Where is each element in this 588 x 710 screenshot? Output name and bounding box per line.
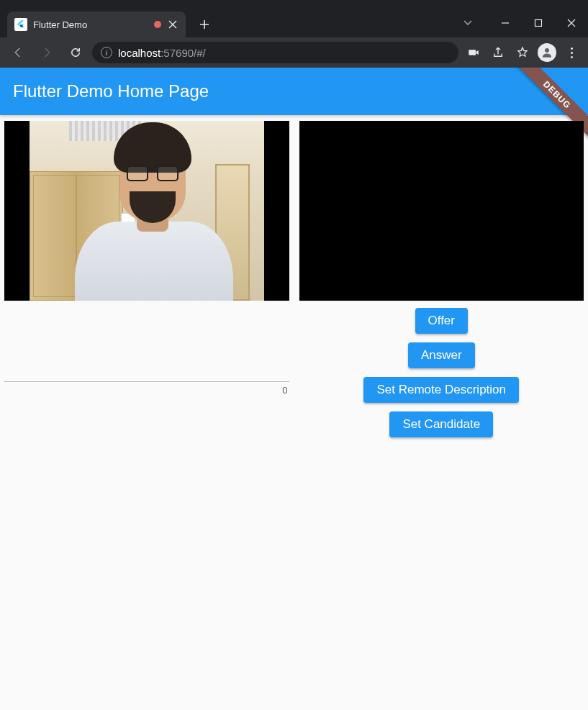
local-video-view [4, 121, 289, 301]
right-column: Offer Answer Set Remote Description Set … [299, 121, 584, 437]
tab-close-button[interactable] [167, 19, 178, 30]
window-minimize-button[interactable] [489, 12, 522, 35]
nav-reload-button[interactable] [63, 40, 88, 65]
bookmark-button[interactable] [512, 42, 533, 63]
left-column: 0 [4, 121, 289, 437]
tab-search-button[interactable] [463, 17, 473, 30]
svg-point-1 [545, 48, 549, 53]
window-maximize-button[interactable] [522, 12, 555, 35]
site-info-icon[interactable]: i [101, 47, 112, 58]
svg-rect-0 [535, 20, 542, 27]
profile-button[interactable] [536, 42, 558, 63]
address-bar[interactable]: i localhost:57690/#/ [92, 42, 458, 63]
set-remote-description-button[interactable]: Set Remote Description [363, 377, 519, 403]
browser-menu-button[interactable] [561, 42, 582, 63]
answer-button[interactable]: Answer [408, 342, 475, 368]
main-content: 0 Offer Answer Set Remote Description Se… [0, 115, 588, 443]
avatar-icon [538, 43, 556, 62]
tab-title: Flutter Demo [33, 19, 148, 30]
window-titlebar [0, 0, 588, 9]
tab-strip: Flutter Demo [0, 9, 588, 37]
url-text: localhost:57690/#/ [118, 47, 206, 59]
nav-back-button[interactable] [6, 40, 30, 65]
share-button[interactable] [487, 42, 509, 63]
camera-indicator-icon[interactable] [463, 42, 484, 63]
button-stack: Offer Answer Set Remote Description Set … [299, 308, 584, 437]
url-path: :57690/#/ [160, 47, 206, 59]
url-host: localhost [118, 47, 160, 59]
textfield-counter: 0 [4, 385, 289, 396]
flutter-favicon-icon [14, 18, 27, 31]
offer-button[interactable]: Offer [415, 308, 468, 334]
recording-indicator-icon [154, 21, 161, 28]
browser-toolbar: i localhost:57690/#/ [0, 37, 588, 68]
nav-forward-button[interactable] [35, 40, 59, 65]
set-candidate-button[interactable]: Set Candidate [389, 411, 493, 437]
window-controls [489, 9, 588, 37]
remote-video-view [299, 121, 584, 301]
sdp-text-field[interactable]: 0 [4, 381, 289, 396]
app-page: Flutter Demo Home Page DEBUG [0, 68, 588, 710]
textfield-underline [4, 381, 289, 382]
page-title: Flutter Demo Home Page [13, 81, 209, 101]
window-close-button[interactable] [555, 12, 588, 35]
app-bar: Flutter Demo Home Page [0, 68, 588, 115]
browser-tab-active[interactable]: Flutter Demo [7, 12, 186, 37]
new-tab-button[interactable] [194, 14, 214, 35]
